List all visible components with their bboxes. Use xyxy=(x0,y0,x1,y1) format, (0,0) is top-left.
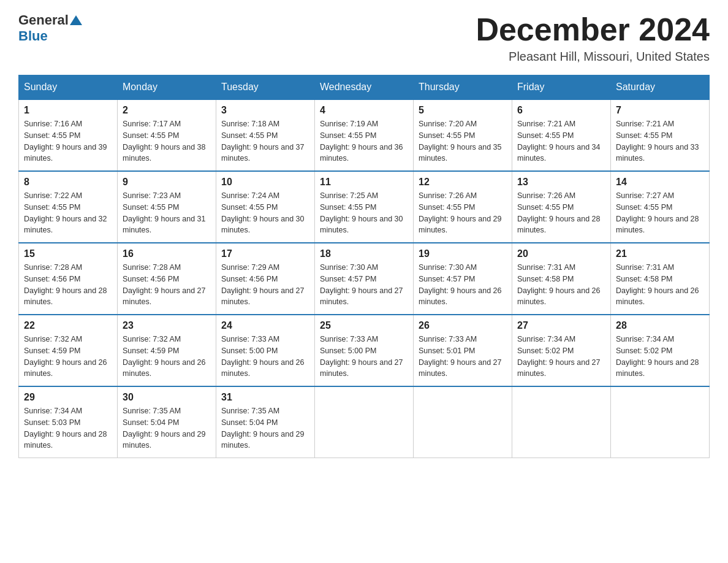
weekday-header-thursday: Thursday xyxy=(414,75,512,100)
day-info: Sunrise: 7:26 AMSunset: 4:55 PMDaylight:… xyxy=(419,190,507,236)
day-number: 16 xyxy=(123,248,211,259)
day-info: Sunrise: 7:24 AMSunset: 4:55 PMDaylight:… xyxy=(221,190,309,236)
day-number: 14 xyxy=(616,177,704,188)
calendar-cell: 11Sunrise: 7:25 AMSunset: 4:55 PMDayligh… xyxy=(315,171,414,243)
day-info: Sunrise: 7:20 AMSunset: 4:55 PMDaylight:… xyxy=(419,118,507,164)
weekday-header-tuesday: Tuesday xyxy=(216,75,315,100)
day-number: 22 xyxy=(24,320,112,331)
calendar-cell: 17Sunrise: 7:29 AMSunset: 4:56 PMDayligh… xyxy=(216,243,315,315)
day-number: 2 xyxy=(123,105,211,116)
calendar-cell xyxy=(611,386,710,458)
title-area: December 2024 Pleasant Hill, Missouri, U… xyxy=(476,12,710,64)
logo-arrow-icon xyxy=(70,15,82,25)
weekday-header-friday: Friday xyxy=(512,75,611,100)
day-number: 21 xyxy=(616,248,704,259)
calendar-cell: 30Sunrise: 7:35 AMSunset: 5:04 PMDayligh… xyxy=(118,386,216,458)
day-number: 17 xyxy=(221,248,309,259)
day-info: Sunrise: 7:34 AMSunset: 5:02 PMDaylight:… xyxy=(517,334,605,380)
day-info: Sunrise: 7:31 AMSunset: 4:58 PMDaylight:… xyxy=(517,262,605,308)
month-title: December 2024 xyxy=(476,12,710,47)
day-info: Sunrise: 7:31 AMSunset: 4:58 PMDaylight:… xyxy=(616,262,704,308)
day-info: Sunrise: 7:35 AMSunset: 5:04 PMDaylight:… xyxy=(221,405,309,451)
day-info: Sunrise: 7:26 AMSunset: 4:55 PMDaylight:… xyxy=(517,190,605,236)
calendar-cell xyxy=(315,386,414,458)
day-number: 18 xyxy=(320,248,408,259)
calendar-cell: 19Sunrise: 7:30 AMSunset: 4:57 PMDayligh… xyxy=(414,243,512,315)
calendar-cell: 25Sunrise: 7:33 AMSunset: 5:00 PMDayligh… xyxy=(315,315,414,386)
day-info: Sunrise: 7:28 AMSunset: 4:56 PMDaylight:… xyxy=(24,262,112,308)
day-number: 19 xyxy=(419,248,507,259)
day-info: Sunrise: 7:34 AMSunset: 5:03 PMDaylight:… xyxy=(24,405,112,451)
day-number: 11 xyxy=(320,177,408,188)
calendar-cell: 8Sunrise: 7:22 AMSunset: 4:55 PMDaylight… xyxy=(19,171,118,243)
day-info: Sunrise: 7:29 AMSunset: 4:56 PMDaylight:… xyxy=(221,262,309,308)
day-number: 6 xyxy=(517,105,605,116)
day-number: 9 xyxy=(123,177,211,188)
calendar-cell: 22Sunrise: 7:32 AMSunset: 4:59 PMDayligh… xyxy=(19,315,118,386)
location-title: Pleasant Hill, Missouri, United States xyxy=(476,50,710,64)
calendar-week-row: 22Sunrise: 7:32 AMSunset: 4:59 PMDayligh… xyxy=(19,315,710,386)
day-number: 28 xyxy=(616,320,704,331)
calendar-cell: 20Sunrise: 7:31 AMSunset: 4:58 PMDayligh… xyxy=(512,243,611,315)
day-number: 10 xyxy=(221,177,309,188)
day-info: Sunrise: 7:34 AMSunset: 5:02 PMDaylight:… xyxy=(616,334,704,380)
calendar-cell: 3Sunrise: 7:18 AMSunset: 4:55 PMDaylight… xyxy=(216,99,315,171)
day-info: Sunrise: 7:33 AMSunset: 5:00 PMDaylight:… xyxy=(320,334,408,380)
calendar-cell: 4Sunrise: 7:19 AMSunset: 4:55 PMDaylight… xyxy=(315,99,414,171)
calendar-cell: 21Sunrise: 7:31 AMSunset: 4:58 PMDayligh… xyxy=(611,243,710,315)
calendar-cell: 18Sunrise: 7:30 AMSunset: 4:57 PMDayligh… xyxy=(315,243,414,315)
calendar-week-row: 8Sunrise: 7:22 AMSunset: 4:55 PMDaylight… xyxy=(19,171,710,243)
calendar-cell: 27Sunrise: 7:34 AMSunset: 5:02 PMDayligh… xyxy=(512,315,611,386)
calendar-cell: 23Sunrise: 7:32 AMSunset: 4:59 PMDayligh… xyxy=(118,315,216,386)
calendar-week-row: 29Sunrise: 7:34 AMSunset: 5:03 PMDayligh… xyxy=(19,386,710,458)
day-number: 15 xyxy=(24,248,112,259)
day-number: 12 xyxy=(419,177,507,188)
weekday-header-monday: Monday xyxy=(118,75,216,100)
day-number: 1 xyxy=(24,105,112,116)
day-info: Sunrise: 7:33 AMSunset: 5:00 PMDaylight:… xyxy=(221,334,309,380)
calendar-cell: 28Sunrise: 7:34 AMSunset: 5:02 PMDayligh… xyxy=(611,315,710,386)
calendar-cell: 29Sunrise: 7:34 AMSunset: 5:03 PMDayligh… xyxy=(19,386,118,458)
day-number: 30 xyxy=(123,392,211,403)
page-header: General Blue December 2024 Pleasant Hill… xyxy=(18,12,710,64)
day-info: Sunrise: 7:32 AMSunset: 4:59 PMDaylight:… xyxy=(24,334,112,380)
logo-blue-text: Blue xyxy=(18,28,48,44)
day-info: Sunrise: 7:32 AMSunset: 4:59 PMDaylight:… xyxy=(123,334,211,380)
weekday-header-sunday: Sunday xyxy=(19,75,118,100)
calendar-table: SundayMondayTuesdayWednesdayThursdayFrid… xyxy=(18,75,710,458)
day-info: Sunrise: 7:28 AMSunset: 4:56 PMDaylight:… xyxy=(123,262,211,308)
day-number: 13 xyxy=(517,177,605,188)
day-number: 23 xyxy=(123,320,211,331)
day-info: Sunrise: 7:30 AMSunset: 4:57 PMDaylight:… xyxy=(320,262,408,308)
calendar-cell: 13Sunrise: 7:26 AMSunset: 4:55 PMDayligh… xyxy=(512,171,611,243)
calendar-cell: 26Sunrise: 7:33 AMSunset: 5:01 PMDayligh… xyxy=(414,315,512,386)
day-info: Sunrise: 7:33 AMSunset: 5:01 PMDaylight:… xyxy=(419,334,507,380)
day-info: Sunrise: 7:23 AMSunset: 4:55 PMDaylight:… xyxy=(123,190,211,236)
day-info: Sunrise: 7:16 AMSunset: 4:55 PMDaylight:… xyxy=(24,118,112,164)
calendar-cell: 7Sunrise: 7:21 AMSunset: 4:55 PMDaylight… xyxy=(611,99,710,171)
day-number: 29 xyxy=(24,392,112,403)
day-info: Sunrise: 7:19 AMSunset: 4:55 PMDaylight:… xyxy=(320,118,408,164)
weekday-header-saturday: Saturday xyxy=(611,75,710,100)
day-info: Sunrise: 7:21 AMSunset: 4:55 PMDaylight:… xyxy=(616,118,704,164)
calendar-cell: 14Sunrise: 7:27 AMSunset: 4:55 PMDayligh… xyxy=(611,171,710,243)
day-number: 3 xyxy=(221,105,309,116)
day-info: Sunrise: 7:18 AMSunset: 4:55 PMDaylight:… xyxy=(221,118,309,164)
calendar-cell xyxy=(512,386,611,458)
day-info: Sunrise: 7:25 AMSunset: 4:55 PMDaylight:… xyxy=(320,190,408,236)
day-number: 20 xyxy=(517,248,605,259)
day-info: Sunrise: 7:21 AMSunset: 4:55 PMDaylight:… xyxy=(517,118,605,164)
day-number: 4 xyxy=(320,105,408,116)
weekday-header-wednesday: Wednesday xyxy=(315,75,414,100)
logo-general-text: General xyxy=(18,12,69,28)
day-info: Sunrise: 7:17 AMSunset: 4:55 PMDaylight:… xyxy=(123,118,211,164)
day-number: 31 xyxy=(221,392,309,403)
day-number: 5 xyxy=(419,105,507,116)
calendar-cell: 15Sunrise: 7:28 AMSunset: 4:56 PMDayligh… xyxy=(19,243,118,315)
calendar-cell: 24Sunrise: 7:33 AMSunset: 5:00 PMDayligh… xyxy=(216,315,315,386)
calendar-cell: 31Sunrise: 7:35 AMSunset: 5:04 PMDayligh… xyxy=(216,386,315,458)
calendar-cell: 12Sunrise: 7:26 AMSunset: 4:55 PMDayligh… xyxy=(414,171,512,243)
day-info: Sunrise: 7:30 AMSunset: 4:57 PMDaylight:… xyxy=(419,262,507,308)
calendar-cell xyxy=(414,386,512,458)
calendar-cell: 5Sunrise: 7:20 AMSunset: 4:55 PMDaylight… xyxy=(414,99,512,171)
